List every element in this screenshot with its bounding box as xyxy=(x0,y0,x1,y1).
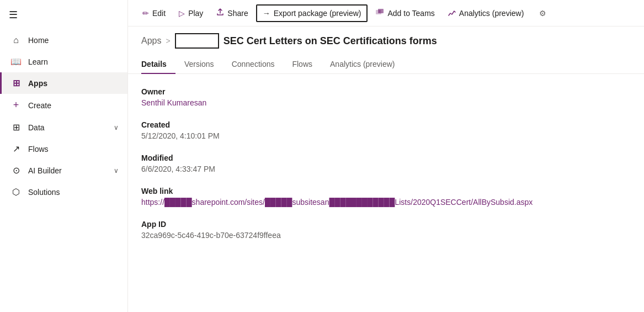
tab-connections[interactable]: Connections xyxy=(223,55,284,74)
sidebar-item-label: Learn xyxy=(28,57,48,66)
sidebar-item-label: Flows xyxy=(28,145,49,154)
analytics-label: Analytics (preview) xyxy=(459,9,524,18)
sidebar-item-create[interactable]: + Create xyxy=(0,94,127,117)
play-label: Play xyxy=(188,9,203,18)
modified-field: Modified 6/6/2020, 4:33:47 PM xyxy=(141,154,631,173)
created-value: 5/12/2020, 4:10:01 PM xyxy=(141,131,631,140)
sidebar-nav: ⌂ Home 📖 Learn ⊞ Apps + Create ⊞ Data ∨ … xyxy=(0,25,127,203)
share-button[interactable]: Share xyxy=(211,5,253,21)
flows-icon: ↗ xyxy=(10,144,22,154)
play-button[interactable]: ▷ Play xyxy=(173,6,209,21)
edit-button[interactable]: ✏ Edit xyxy=(137,6,171,21)
appid-value: 32ca969c-5c46-419c-b70e-63724f9ffeea xyxy=(141,231,631,240)
edit-icon: ✏ xyxy=(142,9,149,18)
export-label: Export package (preview) xyxy=(274,9,361,18)
home-icon: ⌂ xyxy=(10,35,22,45)
page-title: SEC Cert Letters on SEC Certifications f… xyxy=(223,35,437,47)
analytics-button[interactable]: Analytics (preview) xyxy=(443,6,529,21)
create-icon: + xyxy=(10,99,22,111)
main-content: ✏ Edit ▷ Play Share → Export package (pr… xyxy=(128,0,644,312)
toolbar: ✏ Edit ▷ Play Share → Export package (pr… xyxy=(128,0,644,27)
breadcrumb-apps-link[interactable]: Apps xyxy=(141,36,161,46)
settings-button[interactable]: ⚙ xyxy=(534,6,552,21)
tab-analytics[interactable]: Analytics (preview) xyxy=(321,55,403,74)
play-icon: ▷ xyxy=(179,9,185,18)
learn-icon: 📖 xyxy=(10,56,22,67)
export-icon: → xyxy=(263,9,270,18)
sidebar-item-label: Home xyxy=(28,36,49,45)
sidebar-item-solutions[interactable]: ⬡ Solutions xyxy=(0,181,127,203)
edit-label: Edit xyxy=(152,9,166,18)
sidebar-item-label: AI Builder xyxy=(28,166,62,175)
created-field: Created 5/12/2020, 4:10:01 PM xyxy=(141,120,631,140)
modified-value: 6/6/2020, 4:33:47 PM xyxy=(141,165,631,173)
sidebar-item-apps[interactable]: ⊞ Apps xyxy=(0,72,127,94)
apps-icon: ⊞ xyxy=(10,78,22,88)
sidebar-item-label: Data xyxy=(28,123,45,132)
sidebar-item-home[interactable]: ⌂ Home xyxy=(0,30,127,51)
weblink-value[interactable]: https://█████sharepoint.com/sites/█████s… xyxy=(141,198,631,207)
tab-flows[interactable]: Flows xyxy=(283,55,321,74)
settings-icon: ⚙ xyxy=(539,9,546,18)
analytics-icon xyxy=(448,9,456,18)
data-icon: ⊞ xyxy=(10,122,22,133)
share-label: Share xyxy=(227,9,248,18)
sidebar-item-data[interactable]: ⊞ Data ∨ xyxy=(0,117,127,138)
created-label: Created xyxy=(141,120,631,129)
sidebar-item-ai-builder[interactable]: ⊙ AI Builder ∨ xyxy=(0,160,127,181)
export-button[interactable]: → Export package (preview) xyxy=(256,4,368,22)
hamburger-menu[interactable]: ☰ xyxy=(0,0,127,25)
breadcrumb-box xyxy=(175,33,219,49)
weblink-field: Web link https://█████sharepoint.com/sit… xyxy=(141,187,631,207)
sidebar: ☰ ⌂ Home 📖 Learn ⊞ Apps + Create ⊞ Data … xyxy=(0,0,128,312)
modified-label: Modified xyxy=(141,154,631,162)
add-to-teams-label: Add to Teams xyxy=(387,9,434,18)
solutions-icon: ⬡ xyxy=(10,187,22,197)
breadcrumb: Apps > SEC Cert Letters on SEC Certifica… xyxy=(128,27,644,49)
tab-versions[interactable]: Versions xyxy=(175,55,223,74)
sidebar-item-flows[interactable]: ↗ Flows xyxy=(0,138,127,160)
sidebar-item-label: Apps xyxy=(28,79,47,88)
weblink-label: Web link xyxy=(141,187,631,195)
share-icon xyxy=(216,8,224,18)
sidebar-item-label: Create xyxy=(28,101,51,110)
sidebar-item-label: Solutions xyxy=(28,188,60,197)
appid-label: App ID xyxy=(141,220,631,229)
svg-text:T: T xyxy=(379,10,381,13)
owner-field: Owner Senthil Kumaresan xyxy=(141,87,631,107)
owner-value[interactable]: Senthil Kumaresan xyxy=(141,98,631,107)
chevron-down-icon: ∨ xyxy=(114,167,119,174)
teams-icon: T xyxy=(375,8,384,18)
tab-details[interactable]: Details xyxy=(141,55,175,74)
sidebar-item-learn[interactable]: 📖 Learn xyxy=(0,51,127,72)
hamburger-icon: ☰ xyxy=(9,9,18,20)
owner-label: Owner xyxy=(141,87,631,96)
chevron-down-icon: ∨ xyxy=(114,124,119,131)
tabs-bar: Details Versions Connections Flows Analy… xyxy=(128,49,644,74)
appid-field: App ID 32ca969c-5c46-419c-b70e-63724f9ff… xyxy=(141,220,631,240)
details-panel: Owner Senthil Kumaresan Created 5/12/202… xyxy=(128,74,644,312)
add-to-teams-button[interactable]: T Add to Teams xyxy=(370,5,440,21)
breadcrumb-separator: > xyxy=(166,36,170,45)
ai-builder-icon: ⊙ xyxy=(10,165,22,176)
